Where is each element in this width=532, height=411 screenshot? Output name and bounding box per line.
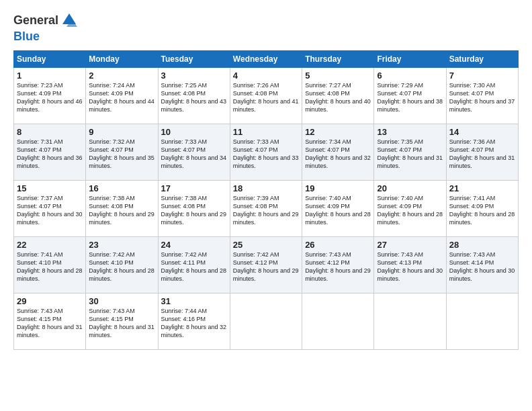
day-number: 13 — [377, 127, 443, 137]
day-number: 11 — [233, 127, 299, 137]
day-number: 18 — [233, 183, 299, 193]
table-row: 21Sunrise: 7:41 AMSunset: 4:09 PMDayligh… — [446, 181, 518, 237]
cell-info: Sunrise: 7:43 AMSunset: 4:14 PMDaylight:… — [449, 251, 515, 282]
calendar-page: General Blue Sunday Monday Tuesday Wedne… — [0, 0, 532, 411]
day-number: 17 — [161, 183, 227, 193]
cell-info: Sunrise: 7:43 AMSunset: 4:13 PMDaylight:… — [377, 251, 443, 282]
cell-info: Sunrise: 7:29 AMSunset: 4:07 PMDaylight:… — [377, 82, 443, 113]
day-number: 30 — [89, 296, 154, 306]
day-number: 14 — [449, 127, 515, 137]
cell-info: Sunrise: 7:43 AMSunset: 4:15 PMDaylight:… — [89, 308, 154, 338]
table-row: 15Sunrise: 7:37 AMSunset: 4:07 PMDayligh… — [14, 181, 86, 237]
calendar-table: Sunday Monday Tuesday Wednesday Thursday… — [13, 50, 519, 350]
table-row: 4Sunrise: 7:26 AMSunset: 4:08 PMDaylight… — [230, 68, 302, 124]
day-number: 22 — [17, 240, 83, 250]
col-sunday: Sunday — [14, 51, 86, 68]
table-row: 20Sunrise: 7:40 AMSunset: 4:09 PMDayligh… — [374, 181, 446, 237]
cell-info: Sunrise: 7:43 AMSunset: 4:12 PMDaylight:… — [305, 251, 371, 282]
col-thursday: Thursday — [302, 51, 374, 68]
table-row: 30Sunrise: 7:43 AMSunset: 4:15 PMDayligh… — [86, 293, 158, 350]
table-row: 26Sunrise: 7:43 AMSunset: 4:12 PMDayligh… — [302, 237, 374, 293]
table-row — [446, 293, 518, 350]
table-row: 9Sunrise: 7:32 AMSunset: 4:07 PMDaylight… — [86, 124, 158, 181]
day-number: 12 — [305, 127, 371, 137]
cell-info: Sunrise: 7:33 AMSunset: 4:07 PMDaylight:… — [233, 138, 299, 169]
table-row: 10Sunrise: 7:33 AMSunset: 4:07 PMDayligh… — [158, 124, 230, 181]
cell-info: Sunrise: 7:34 AMSunset: 4:07 PMDaylight:… — [305, 138, 371, 169]
col-friday: Friday — [374, 51, 446, 68]
table-row: 5Sunrise: 7:27 AMSunset: 4:08 PMDaylight… — [302, 68, 374, 124]
table-row: 16Sunrise: 7:38 AMSunset: 4:08 PMDayligh… — [86, 181, 158, 237]
table-row: 22Sunrise: 7:41 AMSunset: 4:10 PMDayligh… — [14, 237, 86, 293]
cell-info: Sunrise: 7:39 AMSunset: 4:08 PMDaylight:… — [233, 195, 299, 226]
cell-info: Sunrise: 7:42 AMSunset: 4:11 PMDaylight:… — [161, 251, 227, 282]
table-row: 24Sunrise: 7:42 AMSunset: 4:11 PMDayligh… — [158, 237, 230, 293]
logo-area: General Blue — [13, 11, 79, 44]
cell-info: Sunrise: 7:26 AMSunset: 4:08 PMDaylight:… — [233, 82, 299, 113]
day-number: 5 — [305, 71, 371, 81]
cell-info: Sunrise: 7:37 AMSunset: 4:07 PMDaylight:… — [17, 195, 83, 226]
cell-info: Sunrise: 7:42 AMSunset: 4:12 PMDaylight:… — [233, 251, 299, 282]
cell-info: Sunrise: 7:40 AMSunset: 4:09 PMDaylight:… — [377, 195, 443, 226]
table-row: 25Sunrise: 7:42 AMSunset: 4:12 PMDayligh… — [230, 237, 302, 293]
day-number: 3 — [161, 71, 227, 81]
table-row: 2Sunrise: 7:24 AMSunset: 4:09 PMDaylight… — [86, 68, 158, 124]
day-number: 21 — [449, 183, 515, 193]
cell-info: Sunrise: 7:41 AMSunset: 4:09 PMDaylight:… — [449, 195, 515, 226]
table-row: 18Sunrise: 7:39 AMSunset: 4:08 PMDayligh… — [230, 181, 302, 237]
logo-general-text: General — [13, 13, 58, 28]
day-number: 26 — [305, 240, 371, 250]
day-number: 15 — [17, 183, 83, 193]
day-number: 4 — [233, 71, 299, 81]
day-number: 27 — [377, 240, 443, 250]
header: General Blue — [13, 11, 519, 44]
cell-info: Sunrise: 7:33 AMSunset: 4:07 PMDaylight:… — [161, 138, 227, 169]
cell-info: Sunrise: 7:35 AMSunset: 4:07 PMDaylight:… — [377, 138, 443, 169]
day-number: 24 — [161, 240, 227, 250]
table-row: 28Sunrise: 7:43 AMSunset: 4:14 PMDayligh… — [446, 237, 518, 293]
day-number: 2 — [89, 71, 154, 81]
table-row: 8Sunrise: 7:31 AMSunset: 4:07 PMDaylight… — [14, 124, 86, 181]
cell-info: Sunrise: 7:40 AMSunset: 4:09 PMDaylight:… — [305, 195, 371, 226]
cell-info: Sunrise: 7:42 AMSunset: 4:10 PMDaylight:… — [89, 251, 154, 282]
cell-info: Sunrise: 7:24 AMSunset: 4:09 PMDaylight:… — [89, 82, 154, 113]
cell-info: Sunrise: 7:44 AMSunset: 4:16 PMDaylight:… — [161, 308, 227, 338]
table-row: 11Sunrise: 7:33 AMSunset: 4:07 PMDayligh… — [230, 124, 302, 181]
cell-info: Sunrise: 7:27 AMSunset: 4:08 PMDaylight:… — [305, 82, 371, 113]
table-row — [302, 293, 374, 350]
table-row: 17Sunrise: 7:38 AMSunset: 4:08 PMDayligh… — [158, 181, 230, 237]
day-number: 1 — [17, 71, 83, 81]
table-row: 14Sunrise: 7:36 AMSunset: 4:07 PMDayligh… — [446, 124, 518, 181]
table-row: 29Sunrise: 7:43 AMSunset: 4:15 PMDayligh… — [14, 293, 86, 350]
day-number: 25 — [233, 240, 299, 250]
table-row: 7Sunrise: 7:30 AMSunset: 4:07 PMDaylight… — [446, 68, 518, 124]
day-number: 9 — [89, 127, 154, 137]
day-number: 23 — [89, 240, 154, 250]
table-row: 13Sunrise: 7:35 AMSunset: 4:07 PMDayligh… — [374, 124, 446, 181]
cell-info: Sunrise: 7:30 AMSunset: 4:07 PMDaylight:… — [449, 82, 515, 113]
col-tuesday: Tuesday — [158, 51, 230, 68]
table-row: 12Sunrise: 7:34 AMSunset: 4:07 PMDayligh… — [302, 124, 374, 181]
day-number: 10 — [161, 127, 227, 137]
table-row: 23Sunrise: 7:42 AMSunset: 4:10 PMDayligh… — [86, 237, 158, 293]
table-row — [374, 293, 446, 350]
day-number: 8 — [17, 127, 83, 137]
cell-info: Sunrise: 7:25 AMSunset: 4:08 PMDaylight:… — [161, 82, 227, 113]
cell-info: Sunrise: 7:36 AMSunset: 4:07 PMDaylight:… — [449, 138, 515, 169]
logo-blue-text: Blue — [13, 30, 40, 44]
day-number: 19 — [305, 183, 371, 193]
table-row — [230, 293, 302, 350]
table-row: 1Sunrise: 7:23 AMSunset: 4:09 PMDaylight… — [14, 68, 86, 124]
table-row: 27Sunrise: 7:43 AMSunset: 4:13 PMDayligh… — [374, 237, 446, 293]
cell-info: Sunrise: 7:38 AMSunset: 4:08 PMDaylight:… — [161, 195, 227, 226]
day-number: 7 — [449, 71, 515, 81]
table-row: 6Sunrise: 7:29 AMSunset: 4:07 PMDaylight… — [374, 68, 446, 124]
cell-info: Sunrise: 7:43 AMSunset: 4:15 PMDaylight:… — [17, 308, 83, 338]
table-row: 3Sunrise: 7:25 AMSunset: 4:08 PMDaylight… — [158, 68, 230, 124]
cell-info: Sunrise: 7:41 AMSunset: 4:10 PMDaylight:… — [17, 251, 83, 282]
day-number: 31 — [161, 296, 227, 306]
table-row: 31Sunrise: 7:44 AMSunset: 4:16 PMDayligh… — [158, 293, 230, 350]
table-row: 19Sunrise: 7:40 AMSunset: 4:09 PMDayligh… — [302, 181, 374, 237]
cell-info: Sunrise: 7:23 AMSunset: 4:09 PMDaylight:… — [17, 82, 83, 113]
col-monday: Monday — [86, 51, 158, 68]
